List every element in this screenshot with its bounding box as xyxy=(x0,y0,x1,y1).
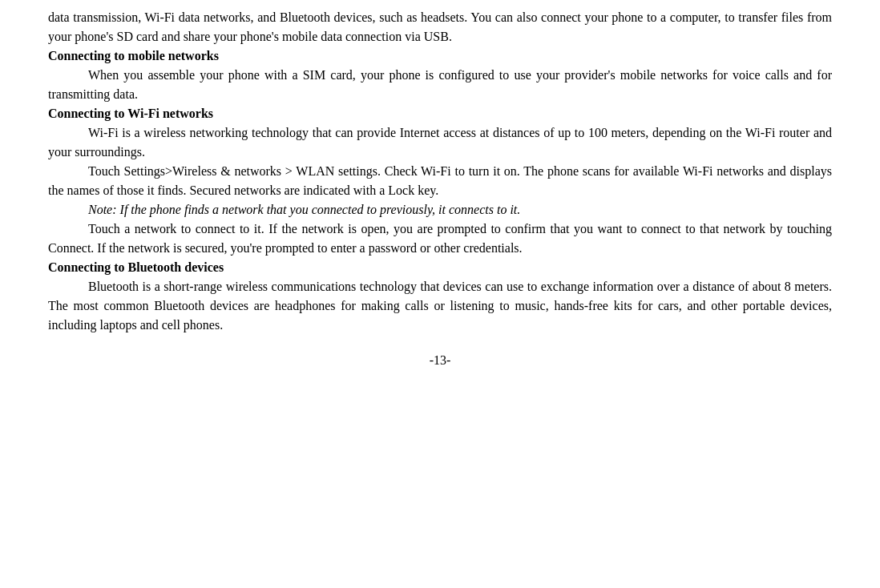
section2-para2: Touch Settings>Wireless & networks > WLA… xyxy=(48,162,832,200)
page-content: data transmission, Wi-Fi data networks, … xyxy=(48,8,832,370)
section2-para3: Touch a network to connect to it. If the… xyxy=(48,219,832,258)
section2-heading: Connecting to Wi-Fi networks xyxy=(48,107,213,120)
section3-heading-para: Connecting to Bluetooth devices xyxy=(48,258,832,277)
section2-note: Note: If the phone finds a network that … xyxy=(48,200,832,219)
section2-para1: Wi-Fi is a wireless networking technolog… xyxy=(48,123,832,162)
section1-heading: Connecting to mobile networks xyxy=(48,49,219,62)
page-number: -13- xyxy=(48,351,832,370)
section1-heading-para: Connecting to mobile networks xyxy=(48,46,832,66)
intro-paragraph: data transmission, Wi-Fi data networks, … xyxy=(48,8,832,46)
section3-heading: Connecting to Bluetooth devices xyxy=(48,260,224,274)
section2-heading-para: Connecting to Wi-Fi networks xyxy=(48,104,832,123)
section1-para1: When you assemble your phone with a SIM … xyxy=(48,66,832,104)
section3-para1: Bluetooth is a short-range wireless comm… xyxy=(48,277,832,335)
